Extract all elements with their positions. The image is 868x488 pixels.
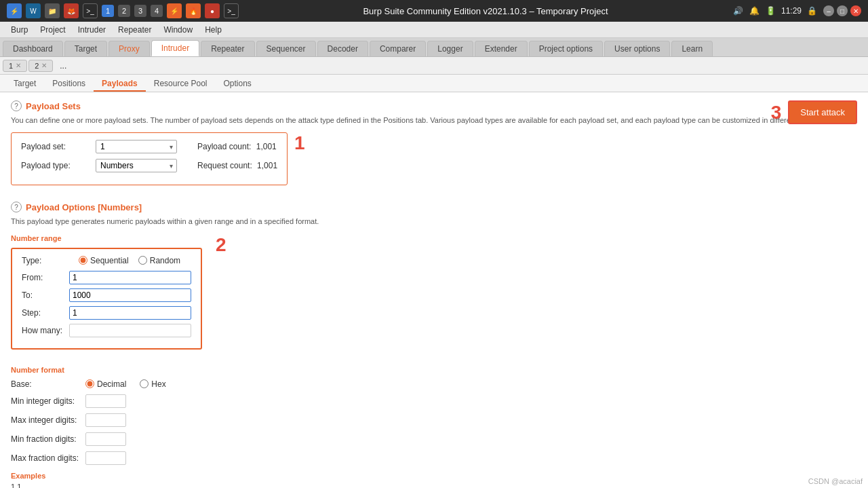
tab-user-options[interactable]: User options	[604, 41, 670, 56]
session-tab-2[interactable]: 2 ✕	[28, 60, 53, 72]
start-attack-button[interactable]: Start attack	[788, 100, 857, 124]
clock: 11:29	[781, 6, 802, 16]
maximize-button[interactable]: □	[837, 5, 848, 16]
tab-target[interactable]: Target	[64, 41, 107, 56]
main-tabs: Dashboard Target Proxy Intruder Repeater…	[0, 38, 868, 57]
example-1: 1.1	[11, 483, 857, 488]
taskbar-icon-3[interactable]: 🦊	[64, 3, 79, 18]
payload-options-description: This payload type generates numeric payl…	[11, 217, 857, 227]
top-section-row: Payload set: 1 Payload count: 1,001 Payl…	[11, 132, 857, 195]
min-fraction-input[interactable]	[85, 432, 126, 446]
min-integer-input[interactable]	[85, 394, 126, 408]
firefox-icon[interactable]: 🔥	[186, 3, 201, 18]
request-count-value: 1,001	[257, 161, 277, 170]
hex-label: Hex	[151, 379, 165, 389]
tab-decoder[interactable]: Decoder	[317, 41, 368, 56]
max-integer-label: Max integer digits:	[11, 415, 79, 425]
session-tab-2-close[interactable]: ✕	[41, 62, 47, 69]
menu-help[interactable]: Help	[199, 24, 227, 36]
title-bar-right: 🔊 🔔 🔋 11:29 🔒 – □ ✕	[732, 5, 861, 17]
minimize-button[interactable]: –	[823, 5, 834, 16]
annotation-1: 1	[294, 132, 305, 154]
tab-proxy[interactable]: Proxy	[108, 41, 150, 56]
base-row: Base: Decimal Hex	[11, 379, 857, 389]
menu-burp[interactable]: Burp	[5, 24, 33, 36]
from-row: From:	[22, 271, 191, 284]
menu-window[interactable]: Window	[158, 24, 198, 36]
session-tab-1[interactable]: 1 ✕	[3, 60, 27, 72]
to-input[interactable]	[69, 288, 191, 302]
payload-type-select-wrapper: Numbers	[96, 159, 177, 172]
taskbar-icon-2[interactable]: 📁	[45, 3, 60, 18]
session-tab-1-close[interactable]: ✕	[16, 62, 21, 69]
taskbar-num-4[interactable]: 4	[151, 5, 163, 17]
max-fraction-input[interactable]	[85, 451, 126, 465]
min-integer-row: Min integer digits:	[11, 394, 857, 408]
tab-dashboard[interactable]: Dashboard	[3, 41, 63, 56]
menu-intruder[interactable]: Intruder	[73, 24, 111, 36]
other-icon[interactable]: ●	[205, 3, 220, 18]
payload-options-help-icon[interactable]: ?	[11, 202, 22, 212]
taskbar-icon-1[interactable]: W	[26, 3, 41, 18]
tab-sub-target[interactable]: Target	[5, 77, 44, 92]
decimal-radio-label[interactable]: Decimal	[85, 379, 126, 389]
number-range-label: Number range	[11, 234, 202, 242]
tab-sub-payloads[interactable]: Payloads	[94, 77, 146, 92]
tab-learn[interactable]: Learn	[671, 41, 713, 56]
to-row: To:	[22, 288, 191, 302]
menu-project[interactable]: Project	[35, 24, 71, 36]
taskbar-num-1[interactable]: 1	[102, 5, 114, 17]
start-attack-container: 3 Start attack	[771, 100, 857, 124]
sub-tabs: Target Positions Payloads Resource Pool …	[0, 75, 868, 92]
tray-icon-3: 🔋	[765, 5, 777, 17]
hex-radio[interactable]	[140, 379, 149, 388]
random-radio-label[interactable]: Random	[138, 256, 180, 265]
payload-set-select[interactable]: 1	[96, 140, 177, 153]
number-format-label: Number format	[11, 366, 857, 374]
step-input[interactable]	[69, 306, 191, 320]
burpsuite-icon[interactable]: ⚡	[167, 3, 182, 18]
max-integer-input[interactable]	[85, 413, 126, 427]
tab-comparer[interactable]: Comparer	[370, 41, 426, 56]
tab-repeater[interactable]: Repeater	[201, 41, 254, 56]
hex-radio-label[interactable]: Hex	[140, 379, 165, 389]
how-many-input[interactable]	[69, 324, 191, 337]
taskbar-icon-4[interactable]: >_	[83, 3, 98, 18]
payload-options-section: ? Payload Options [Numbers] This payload…	[11, 202, 857, 488]
payload-sets-help-icon[interactable]: ?	[11, 100, 22, 111]
menu-repeater[interactable]: Repeater	[113, 24, 157, 36]
decimal-radio[interactable]	[85, 379, 94, 388]
payload-sets-title: Payload Sets	[26, 101, 81, 111]
app-icon: ⚡	[7, 3, 22, 18]
from-label: From:	[22, 273, 69, 282]
how-many-row: How many:	[22, 324, 191, 337]
payload-sets-description: You can define one or more payload sets.…	[11, 115, 857, 126]
tab-extender[interactable]: Extender	[475, 41, 528, 56]
payload-type-select[interactable]: Numbers	[96, 159, 177, 172]
close-button[interactable]: ✕	[850, 5, 861, 16]
tab-sub-resource-pool[interactable]: Resource Pool	[146, 77, 216, 92]
session-tab-more[interactable]: ...	[54, 60, 72, 72]
tab-intruder[interactable]: Intruder	[151, 40, 199, 56]
taskbar-num-2[interactable]: 2	[118, 5, 130, 17]
annotation-2: 2	[216, 234, 226, 256]
tab-sequencer[interactable]: Sequencer	[256, 41, 316, 56]
terminal-icon[interactable]: >_	[224, 3, 239, 18]
system-tray: 🔊 🔔 🔋 11:29 🔒	[732, 5, 818, 17]
sequential-radio-label[interactable]: Sequential	[79, 256, 129, 265]
tab-sub-options[interactable]: Options	[215, 77, 259, 92]
random-radio[interactable]	[138, 256, 147, 265]
session-tab-1-label: 1	[9, 62, 13, 70]
from-input[interactable]	[69, 271, 191, 284]
tab-project-options[interactable]: Project options	[529, 41, 603, 56]
payload-options-title: Payload Options [Numbers]	[26, 202, 142, 212]
request-count-label: Request count: 1,001	[197, 161, 277, 170]
tray-icon-4: 🔒	[806, 5, 818, 17]
taskbar-num-3[interactable]: 3	[134, 5, 146, 17]
examples-label: Examples	[11, 472, 857, 480]
sequential-radio[interactable]	[79, 256, 87, 265]
tab-sub-positions[interactable]: Positions	[44, 77, 94, 92]
payload-count-value: 1,001	[256, 142, 277, 151]
payload-type-row: Payload type: Numbers Request count: 1,0…	[21, 159, 277, 172]
tab-logger[interactable]: Logger	[427, 41, 473, 56]
